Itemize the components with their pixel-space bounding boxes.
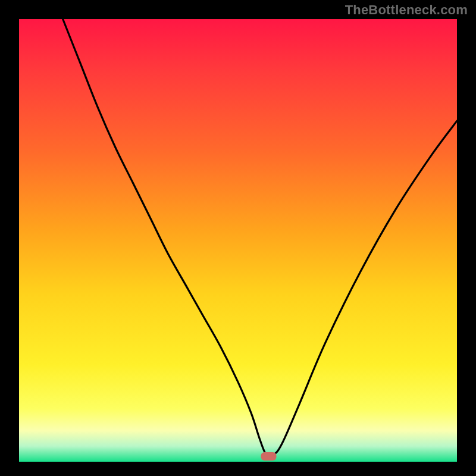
optimal-point-marker: [261, 452, 277, 461]
bottleneck-chart: [0, 0, 476, 476]
chart-background: [19, 19, 457, 462]
chart-frame: TheBottleneck.com: [0, 0, 476, 476]
